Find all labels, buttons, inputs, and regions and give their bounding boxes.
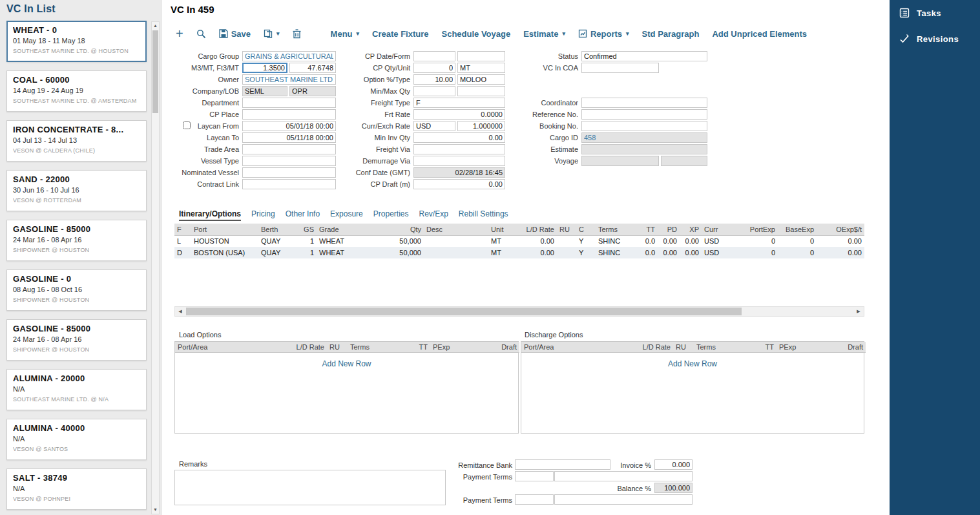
add-unpriced-elements-button[interactable]: Add Unpriced Elements: [712, 29, 807, 39]
cell-oexp[interactable]: 0.00: [817, 247, 864, 258]
cell-oexp[interactable]: 0.00: [817, 235, 864, 247]
load-options-column-header[interactable]: PExp: [430, 342, 470, 352]
cell-gs[interactable]: 1: [298, 235, 317, 247]
lob-input[interactable]: [289, 86, 336, 96]
scroll-right-arrow-icon[interactable]: ▶: [853, 307, 864, 316]
menu-button[interactable]: Menu ▾: [331, 29, 359, 39]
itinerary-column-header[interactable]: PortExp: [731, 224, 778, 235]
itinerary-column-header[interactable]: PD: [658, 224, 680, 235]
cell-unit[interactable]: MT: [488, 247, 514, 258]
list-item[interactable]: GASOLINE - 0 08 Aug 16 - 08 Oct 16 SHIPO…: [6, 269, 147, 311]
remarks-textarea[interactable]: [174, 470, 446, 505]
cell-c[interactable]: Y: [576, 235, 596, 247]
itinerary-column-header[interactable]: Terms: [596, 224, 636, 235]
cp-draft-input[interactable]: [413, 179, 505, 189]
cell-tt[interactable]: 0.0: [636, 247, 658, 258]
tab[interactable]: Rebill Settings: [459, 209, 508, 221]
cell-f[interactable]: D: [174, 247, 191, 258]
reports-button[interactable]: Reports ▾: [578, 29, 629, 39]
min-qty-input[interactable]: [413, 86, 455, 96]
discharge-options-column-header[interactable]: Draft: [817, 342, 866, 352]
itinerary-column-header[interactable]: GS: [298, 224, 317, 235]
cell-grade[interactable]: WHEAT: [317, 247, 381, 258]
cp-qty-input[interactable]: [413, 63, 455, 73]
itinerary-column-header[interactable]: Unit: [488, 224, 514, 235]
tab[interactable]: Pricing: [251, 209, 275, 221]
ft3-mt-input[interactable]: [289, 63, 336, 73]
payment-terms-2-code-input[interactable]: [515, 494, 554, 505]
invoice-pct-input[interactable]: [654, 459, 693, 470]
cell-berth[interactable]: QUAY: [258, 247, 298, 258]
revisions-button[interactable]: Revisions: [890, 26, 980, 52]
itinerary-column-header[interactable]: XP: [680, 224, 702, 235]
cp-form-input[interactable]: [457, 51, 505, 61]
cell-qty[interactable]: 50,000: [381, 247, 424, 258]
department-input[interactable]: [242, 98, 336, 108]
max-qty-input[interactable]: [457, 86, 505, 96]
vc-in-coa-input[interactable]: [581, 63, 659, 73]
load-add-new-row-link[interactable]: Add New Row: [175, 359, 518, 368]
scroll-up-arrow-icon[interactable]: ▲: [152, 22, 159, 30]
table-row[interactable]: D BOSTON (USA) QUAY 1 WHEAT 50,000 MT 0.…: [174, 247, 864, 258]
cell-ru[interactable]: [557, 247, 576, 258]
cell-port[interactable]: HOUSTON: [191, 235, 258, 247]
vessel-type-input[interactable]: [242, 156, 336, 166]
itinerary-column-header[interactable]: TT: [636, 224, 658, 235]
cell-baseexp[interactable]: 0: [778, 235, 817, 247]
itinerary-column-header[interactable]: Qty: [381, 224, 424, 235]
cell-c[interactable]: Y: [576, 247, 596, 258]
tab[interactable]: Exposure: [330, 209, 363, 221]
itinerary-column-header[interactable]: Desc: [424, 224, 488, 235]
cell-ld-rate[interactable]: 0.00: [514, 247, 557, 258]
laycan-checkbox[interactable]: [183, 121, 191, 129]
copy-button[interactable]: ▾: [264, 29, 280, 38]
remittance-bank-input[interactable]: [515, 459, 610, 470]
currency-input[interactable]: [413, 121, 455, 131]
trade-area-input[interactable]: [242, 144, 336, 154]
discharge-add-new-row-link[interactable]: Add New Row: [521, 359, 864, 368]
scrollbar-thumb[interactable]: [152, 30, 158, 113]
booking-no-input[interactable]: [581, 121, 707, 131]
reference-no-input[interactable]: [581, 109, 707, 120]
list-item[interactable]: WHEAT - 0 01 May 18 - 11 May 18 SOUTHEAS…: [6, 21, 147, 62]
tasks-button[interactable]: Tasks: [890, 0, 980, 26]
itinerary-column-header[interactable]: Berth: [258, 224, 298, 235]
payment-terms-code-input[interactable]: [515, 471, 554, 481]
load-options-column-header[interactable]: Port/Area: [175, 342, 278, 352]
cell-portexp[interactable]: 0: [731, 247, 778, 258]
load-options-column-header[interactable]: RU: [327, 342, 348, 352]
schedule-voyage-button[interactable]: Schedule Voyage: [442, 29, 511, 39]
itinerary-column-header[interactable]: Curr: [702, 224, 731, 235]
itinerary-column-header[interactable]: Port: [191, 224, 258, 235]
cell-desc[interactable]: [424, 235, 488, 247]
discharge-options-column-header[interactable]: Terms: [694, 342, 744, 352]
option-pct-input[interactable]: [413, 74, 455, 85]
owner-input[interactable]: [242, 74, 336, 85]
itinerary-column-header[interactable]: F: [174, 224, 191, 235]
cell-xp[interactable]: 0.00: [680, 247, 702, 258]
company-input[interactable]: [242, 86, 287, 96]
discharge-options-column-header[interactable]: TT: [744, 342, 777, 352]
scroll-down-arrow-icon[interactable]: ▼: [152, 506, 159, 514]
itinerary-scrollbar-horizontal[interactable]: ◀ ▶: [174, 306, 864, 317]
itinerary-column-header[interactable]: BaseExp: [778, 224, 817, 235]
cell-ru[interactable]: [557, 235, 576, 247]
load-options-column-header[interactable]: L/D Rate: [278, 342, 327, 352]
status-input[interactable]: [581, 51, 707, 61]
list-item[interactable]: IRON CONCENTRATE - 8... 04 Jul 13 - 14 J…: [6, 120, 147, 162]
contract-link-input[interactable]: [242, 179, 336, 189]
cell-qty[interactable]: 50,000: [381, 235, 424, 247]
cp-place-input[interactable]: [242, 109, 336, 120]
estimate-button[interactable]: Estimate ▾: [523, 29, 565, 39]
coordinator-input[interactable]: [581, 98, 707, 108]
cell-grade[interactable]: WHEAT: [317, 235, 381, 247]
delete-button[interactable]: [293, 29, 301, 39]
cell-xp[interactable]: 0.00: [680, 235, 702, 247]
load-options-column-header[interactable]: TT: [398, 342, 430, 352]
cell-curr[interactable]: USD: [702, 247, 731, 258]
tab[interactable]: Other Info: [286, 209, 320, 221]
payment-terms-desc-input[interactable]: [554, 471, 693, 481]
save-button[interactable]: Save: [219, 29, 251, 39]
cell-terms[interactable]: SHINC: [596, 235, 636, 247]
tab[interactable]: Rev/Exp: [419, 209, 448, 221]
